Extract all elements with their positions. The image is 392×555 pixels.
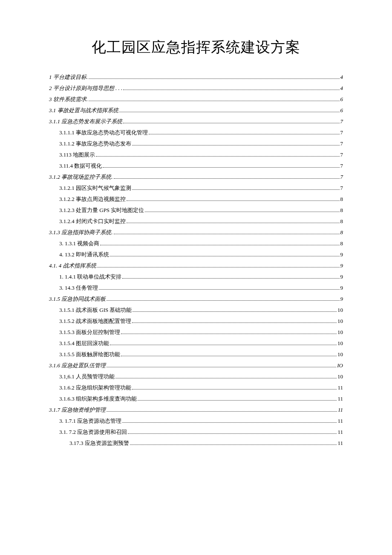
toc-leader-dots bbox=[145, 212, 339, 212]
toc-entry-label: 3.11.4 数据可视化 bbox=[59, 163, 102, 169]
toc-entry-label: 3.1.6 应急处置队伍管理 bbox=[49, 363, 106, 368]
toc-entry: 3. 1.3.1 视频会商 8 bbox=[49, 241, 343, 247]
toc-leader-dots bbox=[123, 123, 339, 123]
toc-entry-label: 3.1.2 事故现场监控子系统. bbox=[49, 174, 113, 180]
toc-entry-page: 7 bbox=[340, 141, 343, 146]
toc-leader-dots bbox=[132, 323, 337, 323]
toc-entry: 3.113 地图展示7 bbox=[49, 152, 343, 158]
toc-entry-label: 3.17.3 应急资源监测预警 bbox=[69, 440, 129, 446]
toc-leader-dots bbox=[121, 356, 337, 356]
toc-entry: 3.1.5.2 战术面板地图配置管理10 bbox=[49, 318, 343, 324]
toc-entry-page: 11 bbox=[337, 440, 343, 446]
toc-leader-dots bbox=[89, 101, 340, 101]
toc-entry-page: 10 bbox=[337, 329, 343, 335]
toc-entry-label: 3.1.2.2 事故点周边视频监控 bbox=[59, 196, 126, 202]
toc-entry-page: 7 bbox=[340, 185, 343, 191]
toc-leader-dots bbox=[132, 389, 337, 389]
toc-entry-page: 6 bbox=[340, 108, 343, 113]
toc-entry: 3.1.7 应急物资维护管理 11 bbox=[49, 407, 343, 413]
toc-leader-dots bbox=[130, 445, 337, 445]
toc-leader-dots bbox=[107, 300, 339, 301]
toc-entry: 3.1.2.1 园区实时气候气象监测7 bbox=[49, 185, 343, 191]
toc-entry-label: 3.1.5.5 面板触屏绘图功能 bbox=[59, 352, 120, 357]
toc-leader-dots bbox=[110, 345, 337, 345]
toc-entry: 3.1.1.1 事故应急态势动态可视化管理7 bbox=[49, 130, 343, 136]
toc-entry: 4.1. 4 战术指挥系统9 bbox=[49, 263, 343, 269]
toc-entry: 3.1.2.4 封闭式卡口实时监控8 bbox=[49, 218, 343, 224]
toc-leader-dots bbox=[114, 178, 340, 179]
toc-leader-dots bbox=[132, 145, 340, 145]
toc-entry-label: 3.1.2.4 封闭式卡口实时监控 bbox=[59, 218, 126, 224]
toc-entry-label: 3.1.6.2 应急组织架构管理功能 bbox=[59, 385, 131, 390]
toc-entry: 3.1.2.2 事故点周边视频监控8 bbox=[49, 196, 343, 202]
toc-leader-dots bbox=[133, 311, 337, 312]
toc-entry-page: 6 bbox=[340, 96, 343, 102]
toc-entry-label: 2 平台设计原则与指导思想 . . . bbox=[49, 85, 122, 91]
toc-entry: 3.1.5.4 图层回滚功能10 bbox=[49, 340, 343, 346]
toc-entry-page: 8 bbox=[340, 196, 343, 202]
toc-entry-page: 10 bbox=[337, 352, 343, 357]
toc-entry-page: 7 bbox=[340, 152, 343, 157]
toc-entry-page: 10 bbox=[337, 318, 343, 324]
toc-entry-label: 3. 1.3.1 视频会商 bbox=[59, 241, 99, 246]
toc-entry: 3.1.1.2 事故应急态势动态发布7 bbox=[49, 141, 343, 147]
toc-entry: 3.1 事故处置与战术指挥系统6 bbox=[49, 108, 343, 113]
toc-leader-dots bbox=[115, 378, 337, 378]
toc-leader-dots bbox=[89, 78, 340, 79]
toc-entry: 3.1.6 应急处置队伍管理IO bbox=[49, 363, 343, 369]
toc-entry-page: IO bbox=[337, 363, 343, 368]
toc-entry-label: 3.1.3 应急指挥协商子系统. bbox=[49, 230, 113, 235]
toc-entry-label: 3.1.5.3 面板分层控制管理 bbox=[59, 329, 120, 335]
toc-leader-dots bbox=[107, 367, 336, 367]
toc-entry: 2 平台设计原则与指导思想 . . .4 bbox=[49, 85, 343, 91]
toc-entry-label: 3.1.5 应急协同战术面板 bbox=[49, 296, 106, 302]
toc-entry: 3.1.6.2 应急组织架构管理功能11 bbox=[49, 385, 343, 391]
toc-entry-label: 3. 14.3 任务管理 bbox=[59, 285, 98, 291]
toc-entry-label: 3.113 地图展示 bbox=[59, 152, 95, 157]
toc-entry-label: 3.1.2.3 处置力量 GPS 实时地图定位 bbox=[59, 207, 144, 213]
document-title: 化工园区应急指挥系统建设方案 bbox=[49, 38, 343, 57]
toc-entry-label: 4. 13.2 即时通讯系统 bbox=[59, 252, 109, 257]
toc-entry-label: 3.1.5.2 战术面板地图配置管理 bbox=[59, 318, 131, 324]
toc-entry-label: 1. 1.4.1 联动单位战术安排 bbox=[59, 274, 121, 279]
toc-entry: 3.1.1 应急态势发布展示子系统7 bbox=[49, 119, 343, 125]
toc-entry-page: 7 bbox=[340, 163, 343, 169]
toc-entry: 3.1.2 事故现场监控子系统.7 bbox=[49, 174, 343, 180]
toc-entry: 3.1.2.3 处置力量 GPS 实时地图定位 8 bbox=[49, 207, 343, 213]
toc-entry-page: 9 bbox=[340, 296, 343, 302]
toc-entry: 3 软件系统需求.6 bbox=[49, 96, 343, 102]
toc-leader-dots bbox=[128, 433, 337, 434]
toc-leader-dots bbox=[107, 411, 337, 412]
toc-entry-page: 4 bbox=[340, 74, 343, 80]
document-page: 化工园区应急指挥系统建设方案 1 平台建设目标.42 平台设计原则与指导思想 .… bbox=[0, 0, 392, 555]
toc-entry-label: 3.1.1 应急态势发布展示子系统 bbox=[49, 119, 122, 124]
toc-leader-dots bbox=[100, 245, 339, 245]
toc-entry: 3.1.5 应急协同战术面板9 bbox=[49, 296, 343, 302]
toc-entry: 3.1,6.1 人员预管理功能10 bbox=[49, 374, 343, 380]
toc-entry-page: 9 bbox=[340, 274, 343, 279]
toc-entry-label: 3. 1.7.1 应急资源动态管理 bbox=[59, 418, 121, 424]
toc-entry-label: 3.1.5.4 图层回滚功能 bbox=[59, 340, 109, 346]
toc-entry: 3.1.3 应急指挥协商子系统.8 bbox=[49, 230, 343, 235]
toc-entry-label: 3.1.1.1 事故应急态势动态可视化管理 bbox=[59, 130, 148, 135]
toc-leader-dots bbox=[97, 267, 340, 267]
toc-leader-dots bbox=[132, 189, 340, 190]
toc-entry: 3.11.4 数据可视化7 bbox=[49, 163, 343, 169]
toc-leader-dots bbox=[127, 200, 340, 201]
toc-entry: 4. 13.2 即时通讯系统9 bbox=[49, 252, 343, 258]
toc-entry-page: 9 bbox=[340, 263, 343, 268]
toc-leader-dots bbox=[121, 334, 337, 334]
toc-entry-label: 3.1.1.2 事故应急态势动态发布 bbox=[59, 141, 131, 146]
toc-leader-dots bbox=[122, 422, 337, 423]
toc-entry-page: 8 bbox=[340, 241, 343, 246]
toc-entry-page: 7 bbox=[340, 130, 343, 135]
toc-entry: 3.1.5.3 面板分层控制管理 10 bbox=[49, 329, 343, 335]
toc-entry-page: 10 bbox=[337, 307, 343, 313]
toc-entry: 3.1. 7.2 应急资源使用和召回11 bbox=[49, 429, 343, 435]
toc-leader-dots bbox=[127, 223, 340, 223]
toc-entry-page: 8 bbox=[340, 230, 343, 235]
toc-entry-label: 3.1.7 应急物资维护管理 bbox=[49, 407, 106, 413]
toc-entry-label: 3 软件系统需求. bbox=[49, 96, 88, 102]
toc-entry-page: 11 bbox=[338, 407, 343, 413]
toc-entry: 3.1.5.1 战术面板 GIS 基础功能10 bbox=[49, 307, 343, 313]
